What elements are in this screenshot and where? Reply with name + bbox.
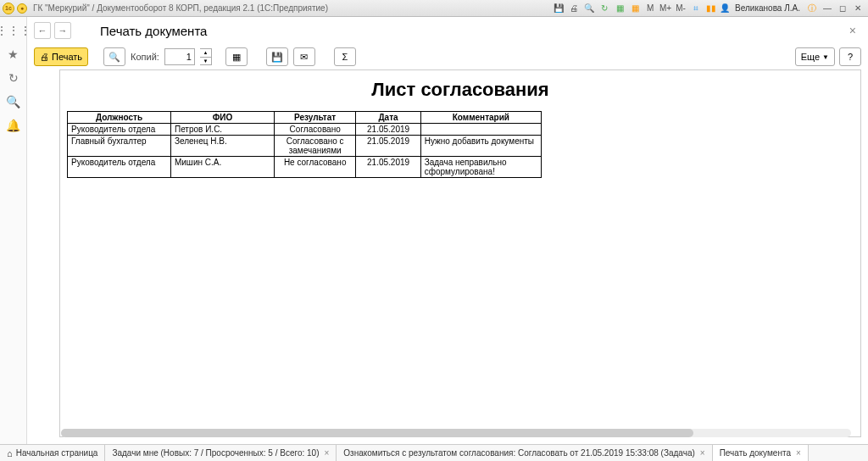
tab-tasks[interactable]: Задачи мне (Новых: 7 / Просроченных: 5 /…	[105, 445, 337, 461]
close-window-icon[interactable]: ✕	[851, 2, 865, 15]
spin-up-icon[interactable]: ▲	[200, 49, 211, 58]
cell: Зеленец Н.В.	[170, 136, 274, 157]
cell: Согласовано	[274, 124, 356, 136]
table-row: Главный бухгалтер Зеленец Н.В. Согласова…	[68, 136, 542, 157]
nav-back-button[interactable]: ←	[34, 22, 51, 39]
help-button[interactable]: ?	[839, 47, 861, 66]
home-icon: ⌂	[7, 448, 13, 458]
calendar-icon[interactable]: ▦	[628, 2, 642, 15]
cell	[420, 124, 541, 136]
close-page-icon[interactable]: ×	[844, 24, 861, 37]
table-row: Руководитель отдела Мишин С.А. Не соглас…	[68, 157, 542, 178]
current-user: Великанова Л.А.	[735, 3, 800, 13]
preview-icon[interactable]: 🔍	[582, 2, 596, 15]
close-tab-icon[interactable]: ×	[796, 448, 801, 458]
tab-print-doc[interactable]: Печать документа×	[713, 445, 809, 461]
chevron-down-icon: ▼	[822, 53, 829, 61]
cell: Петров И.С.	[170, 124, 274, 136]
nav-forward-button[interactable]: →	[54, 22, 71, 39]
info-icon[interactable]: ⓘ	[805, 2, 819, 15]
cell: Согласовано с замечаниями	[274, 136, 356, 157]
calculator-icon[interactable]: ▦	[613, 2, 626, 15]
link-icon[interactable]: ⌗	[689, 2, 703, 15]
cell: 21.05.2019	[356, 124, 420, 136]
document-title: Лист согласования	[67, 79, 854, 101]
cell: 21.05.2019	[356, 136, 420, 157]
window-titlebar: 1c ● ГК "Меркурий" / Документооборот 8 К…	[0, 0, 868, 17]
panel-icon[interactable]: ▮▮	[704, 2, 718, 15]
window-title: ГК "Меркурий" / Документооборот 8 КОРП, …	[33, 3, 328, 13]
tab-label: Начальная страница	[16, 448, 98, 458]
preview-button[interactable]: 🔍	[103, 47, 125, 66]
refresh-icon[interactable]: ↻	[598, 2, 611, 15]
tab-label: Печать документа	[720, 448, 791, 458]
page-header: ← → Печать документа ×	[27, 17, 868, 44]
tab-label: Задачи мне (Новых: 7 / Просроченных: 5 /…	[112, 448, 319, 458]
star-icon[interactable]: ★	[5, 46, 22, 63]
cell: Главный бухгалтер	[68, 136, 171, 157]
page-title: Печать документа	[100, 24, 207, 38]
col-comment: Комментарий	[420, 112, 541, 124]
cell: 21.05.2019	[356, 157, 420, 178]
copies-spinner[interactable]: ▲▼	[200, 48, 212, 65]
save-button[interactable]: 💾	[266, 47, 288, 66]
close-tab-icon[interactable]: ×	[700, 448, 705, 458]
bell-icon[interactable]: 🔔	[5, 117, 22, 134]
user-icon: 👤	[720, 3, 730, 14]
cell: Руководитель отдела	[68, 157, 171, 178]
col-position: Должность	[68, 112, 171, 124]
tab-home[interactable]: ⌂Начальная страница	[0, 445, 105, 461]
table-header-row: Должность ФИО Результат Дата Комментарий	[68, 112, 542, 124]
scrollbar-thumb[interactable]	[61, 429, 693, 437]
cell: Мишин С.А.	[170, 157, 274, 178]
save-icon[interactable]: 💾	[552, 2, 565, 15]
tab-label: Ознакомиться с результатом согласования:…	[343, 448, 694, 458]
print-button-label: Печать	[52, 52, 82, 62]
horizontal-scrollbar[interactable]	[61, 429, 851, 437]
email-button[interactable]: ✉	[293, 47, 315, 66]
print-button[interactable]: 🖨Печать	[34, 47, 88, 66]
left-rail: ⋮⋮⋮ ★ ↻ 🔍 🔔	[0, 17, 27, 444]
search-icon[interactable]: 🔍	[5, 93, 22, 110]
table-row: Руководитель отдела Петров И.С. Согласов…	[68, 124, 542, 136]
tab-review[interactable]: Ознакомиться с результатом согласования:…	[337, 445, 712, 461]
more-button[interactable]: Еще ▼	[795, 47, 835, 66]
cell: Задача неправильно сформулирована!	[420, 157, 541, 178]
bottom-tab-bar: ⌂Начальная страница Задачи мне (Новых: 7…	[0, 444, 868, 461]
table-button[interactable]: ▦	[225, 47, 248, 66]
app-status-icon: ●	[17, 3, 27, 14]
m-plus-icon[interactable]: M+	[659, 2, 672, 15]
approval-table: Должность ФИО Результат Дата Комментарий…	[67, 111, 542, 178]
history-icon[interactable]: ↻	[5, 69, 22, 86]
cell: Руководитель отдела	[68, 124, 171, 136]
col-fio: ФИО	[170, 112, 274, 124]
toolbar: 🖨Печать 🔍 Копий: ▲▼ ▦ 💾 ✉ Σ Еще ▼ ?	[27, 44, 868, 69]
more-button-label: Еще	[801, 52, 820, 62]
printer-icon: 🖨	[40, 52, 49, 62]
cell: Нужно добавить документы	[420, 136, 541, 157]
copies-input[interactable]	[164, 48, 195, 65]
sum-button[interactable]: Σ	[334, 47, 356, 66]
m-minus-icon[interactable]: M-	[674, 2, 687, 15]
minimize-icon[interactable]: —	[821, 2, 834, 15]
col-result: Результат	[274, 112, 356, 124]
maximize-icon[interactable]: ◻	[836, 2, 849, 15]
apps-icon[interactable]: ⋮⋮⋮	[5, 22, 22, 39]
copies-label: Копий:	[131, 52, 159, 62]
print-icon[interactable]: 🖨	[567, 2, 581, 15]
document-area[interactable]: Лист согласования Должность ФИО Результа…	[59, 69, 861, 437]
close-tab-icon[interactable]: ×	[324, 448, 329, 458]
m-icon-1[interactable]: M	[643, 2, 657, 15]
cell: Не согласовано	[274, 157, 356, 178]
col-date: Дата	[356, 112, 420, 124]
app-logo-1c: 1c	[3, 3, 14, 14]
spin-down-icon[interactable]: ▼	[200, 58, 211, 65]
